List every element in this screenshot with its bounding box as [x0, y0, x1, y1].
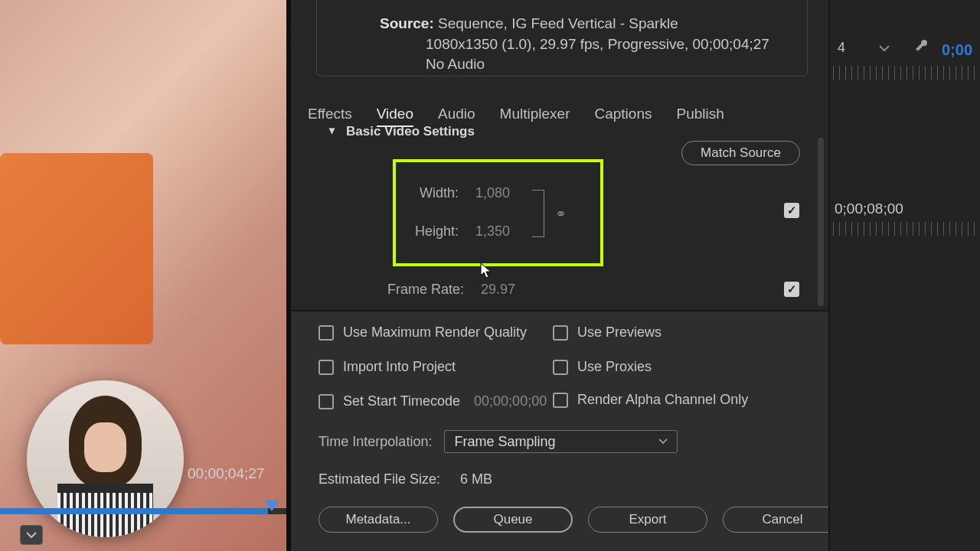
label-max-quality: Use Maximum Render Quality	[343, 324, 527, 341]
source-audio: No Audio	[426, 56, 485, 72]
preview-options-dropdown[interactable]	[20, 525, 43, 545]
time-interpolation-select[interactable]: Frame Sampling	[444, 430, 678, 453]
match-source-check-dimensions[interactable]: ✓	[784, 203, 799, 218]
checkbox-start-timecode[interactable]	[318, 394, 334, 409]
source-specs: 1080x1350 (1.0), 29.97 fps, Progressive,…	[426, 36, 769, 52]
metadata-button[interactable]: Metadata...	[318, 507, 438, 533]
timeline-ruler-1[interactable]	[833, 66, 980, 80]
start-timecode-input[interactable]: 00;00;00;00	[474, 393, 547, 409]
timeline-value[interactable]: 4	[838, 40, 845, 56]
source-sequence: Sequence, IG Feed Vertical - Sparkle	[438, 15, 678, 31]
framerate-label: Frame Rate:	[387, 282, 464, 298]
timeline-timecode-2: 0;00;08;00	[835, 201, 903, 217]
width-input[interactable]: 1,080	[475, 185, 510, 201]
time-interpolation-label: Time Interpolation:	[318, 434, 432, 450]
link-aspect-icon[interactable]: ⚭	[555, 205, 567, 222]
link-bracket	[532, 190, 544, 237]
settings-scrollbar[interactable]	[818, 138, 824, 306]
label-alpha: Render Alpha Channel Only	[577, 392, 748, 408]
source-label: Source:	[380, 15, 434, 31]
cancel-button[interactable]: Cancel	[723, 507, 842, 533]
preview-panel: 00;00;04;27	[0, 0, 286, 551]
label-proxies: Use Proxies	[577, 359, 652, 375]
tab-captions[interactable]: Captions	[594, 106, 652, 127]
tab-multiplexer[interactable]: Multiplexer	[500, 106, 570, 127]
framerate-input[interactable]: 29.97	[481, 282, 515, 298]
height-input[interactable]: 1,350	[475, 223, 510, 240]
tutorial-highlight	[393, 159, 603, 266]
checkbox-import[interactable]	[318, 360, 334, 375]
time-interpolation-value: Frame Sampling	[454, 434, 555, 450]
chevron-down-icon	[658, 439, 668, 445]
playhead[interactable]	[264, 500, 279, 511]
width-label: Width:	[420, 185, 459, 201]
label-previews: Use Previews	[577, 324, 662, 341]
preview-timecode: 00;00;04;27	[188, 465, 264, 482]
mouse-cursor	[480, 262, 494, 282]
label-start-timecode: Set Start Timecode	[343, 393, 460, 409]
source-info: Source: Sequence, IG Feed Vertical - Spa…	[380, 14, 769, 75]
export-action-buttons: Metadata... Queue Export Cancel	[318, 507, 842, 533]
estimated-size-label: Estimated File Size:	[318, 471, 440, 487]
label-import: Import Into Project	[343, 359, 456, 375]
checkbox-max-quality[interactable]	[318, 325, 334, 341]
checkbox-proxies[interactable]	[553, 360, 568, 375]
height-label: Height:	[415, 223, 459, 240]
checkbox-previews[interactable]	[553, 325, 568, 341]
wrench-icon[interactable]	[913, 38, 929, 57]
playback-track[interactable]	[0, 508, 286, 514]
estimated-size-value: 6 MB	[460, 471, 492, 487]
export-button[interactable]: Export	[588, 507, 707, 533]
tab-publish[interactable]: Publish	[676, 106, 724, 127]
queue-button[interactable]: Queue	[453, 507, 573, 533]
basic-video-settings-header[interactable]: Basic Video Settings	[346, 124, 475, 139]
chevron-down-icon	[26, 531, 37, 539]
timeline-panel	[828, 0, 980, 551]
timeline-timecode-1[interactable]: 0;00	[942, 41, 972, 59]
match-source-button[interactable]: Match Source	[681, 141, 800, 165]
chevron-down-icon[interactable]	[879, 41, 890, 55]
match-source-check-framerate[interactable]: ✓	[784, 282, 799, 297]
timeline-ruler-2[interactable]	[833, 222, 980, 236]
checkbox-alpha[interactable]	[553, 393, 568, 408]
